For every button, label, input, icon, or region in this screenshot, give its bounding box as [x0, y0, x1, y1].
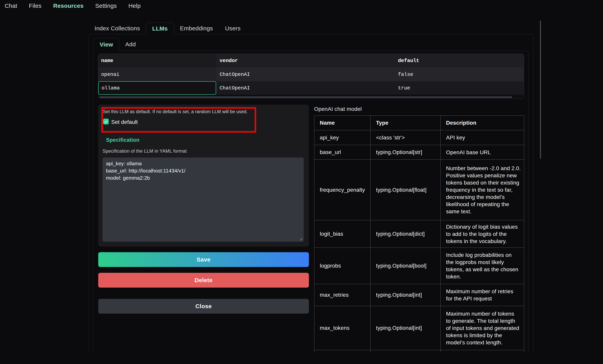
specification-caption: Specification of the LLM in YAML format: [103, 148, 187, 154]
llm-cell-openai-default[interactable]: false: [394, 68, 524, 81]
doc-row-frequency-penalty: frequency_penalty typing.Optional[float]…: [314, 160, 524, 220]
doc-cell-description: Dictionary of logit bias values to add t…: [441, 220, 524, 248]
doc-row-max-tokens: max_tokens typing.Optional[int] Maximum …: [314, 306, 524, 350]
doc-header-row: Name Type Description: [314, 116, 524, 130]
doc-cell-name: logprobs: [314, 248, 371, 284]
close-button[interactable]: Close: [98, 299, 309, 314]
doc-cell-type: typing.Optional[int]: [371, 284, 441, 306]
close-button-label: Close: [195, 303, 212, 309]
subtab-add[interactable]: Add: [119, 38, 142, 51]
annotation-red-box: [101, 107, 256, 133]
doc-cell-name: logit_bias: [314, 220, 371, 248]
doc-row-api-key: api_key <class 'str'> API key: [314, 130, 524, 145]
llm-col-header-name[interactable]: name: [98, 54, 216, 68]
delete-button[interactable]: Delete: [98, 273, 309, 288]
doc-cell-type: <class 'str'>: [371, 130, 441, 145]
doc-cell-name: api_key: [314, 130, 371, 145]
subtab-view[interactable]: View: [93, 38, 119, 51]
nav-item-files[interactable]: Files: [29, 3, 42, 9]
delete-button-label: Delete: [195, 277, 213, 284]
llm-col-header-default[interactable]: default: [394, 54, 524, 68]
doc-cell-name: frequency_penalty: [314, 160, 371, 220]
save-button-label: Save: [197, 256, 210, 263]
llm-cell-ollama-vendor[interactable]: ChatOpenAI: [216, 81, 394, 95]
doc-cell-type: typing.Optional[dict]: [371, 220, 441, 248]
llm-cell-ollama-default[interactable]: true: [394, 81, 524, 95]
doc-row-logprobs: logprobs typing.Optional[bool] Include l…: [314, 248, 524, 284]
llm-table-horizontal-scrollbar[interactable]: [99, 96, 512, 98]
llm-cell-openai-vendor[interactable]: ChatOpenAI: [216, 68, 394, 81]
llm-cell-openai-name[interactable]: openai: [98, 68, 216, 81]
doc-cell-name: max_tokens: [314, 306, 371, 350]
spec-yaml-text: api_key: ollama base_url: http://localho…: [106, 161, 186, 181]
doc-cell-type: [371, 350, 441, 353]
save-button[interactable]: Save: [98, 252, 309, 267]
nav-item-resources[interactable]: Resources: [53, 3, 83, 9]
specification-heading: Specification: [106, 137, 139, 143]
doc-cell-description: OpenAI base URL: [441, 145, 524, 160]
doc-cell-description: [441, 350, 524, 353]
model-doc-table-wrap: Name Type Description api_key <class 'st…: [314, 115, 524, 353]
page-vertical-scrollbar[interactable]: [540, 21, 541, 159]
doc-col-type: Type: [371, 116, 441, 130]
doc-cell-type: typing.Optional[int]: [371, 306, 441, 350]
doc-col-name: Name: [314, 116, 371, 130]
doc-cell-description: Maximum number of tokens to generate. Th…: [441, 306, 524, 350]
doc-cell-type: typing.Optional[float]: [371, 160, 441, 220]
doc-row-clipped: [314, 350, 524, 353]
llms-subtabs: View Add: [93, 38, 142, 51]
model-doc-table: Name Type Description api_key <class 'st…: [314, 115, 524, 353]
llm-detail-card: Set this LLM as default. If no default i…: [98, 105, 309, 247]
doc-cell-type: typing.Optional[str]: [371, 145, 441, 160]
doc-cell-description: Include log probabilities on the logprob…: [441, 248, 524, 284]
nav-item-settings[interactable]: Settings: [95, 3, 117, 9]
doc-col-description: Description: [441, 116, 524, 130]
nav-item-chat[interactable]: Chat: [5, 3, 17, 9]
llm-row-ollama[interactable]: ollama ChatOpenAI true: [98, 81, 524, 95]
doc-cell-name: [314, 350, 371, 353]
llm-table-header: name vendor default: [98, 54, 524, 68]
doc-row-max-retries: max_retries typing.Optional[int] Maximum…: [314, 284, 524, 306]
nav-item-help[interactable]: Help: [128, 3, 141, 9]
doc-row-logit-bias: logit_bias typing.Optional[dict] Diction…: [314, 220, 524, 248]
tab-embeddings[interactable]: Embeddings: [174, 23, 219, 34]
spec-yaml-textarea[interactable]: api_key: ollama base_url: http://localho…: [103, 158, 304, 242]
doc-cell-type: typing.Optional[bool]: [371, 248, 441, 284]
llm-row-openai[interactable]: openai ChatOpenAI false: [98, 68, 524, 81]
doc-cell-description: API key: [441, 130, 524, 145]
doc-cell-name: base_url: [314, 145, 371, 160]
llm-col-header-vendor[interactable]: vendor: [216, 54, 394, 68]
doc-cell-description: Maximum number of retries for the API re…: [441, 284, 524, 306]
top-nav: Chat Files Resources Settings Help: [5, 3, 141, 9]
doc-cell-description: Number between -2.0 and 2.0. Positive va…: [441, 160, 524, 220]
doc-row-base-url: base_url typing.Optional[str] OpenAI bas…: [314, 145, 524, 160]
llm-cell-ollama-name-selected[interactable]: ollama: [98, 81, 216, 95]
textarea-resize-handle-icon[interactable]: [299, 238, 303, 241]
model-doc-title: OpenAI chat model: [314, 106, 362, 112]
resources-tabs: Index Collections LLMs Embeddings Users: [89, 23, 247, 34]
tab-llms[interactable]: LLMs: [146, 23, 174, 34]
tab-index-collections[interactable]: Index Collections: [89, 23, 146, 34]
app-root: Chat Files Resources Settings Help Index…: [0, 0, 603, 364]
llm-list-table: name vendor default openai ChatOpenAI fa…: [98, 54, 524, 99]
tab-users[interactable]: Users: [219, 23, 247, 34]
doc-cell-name: max_retries: [314, 284, 371, 306]
